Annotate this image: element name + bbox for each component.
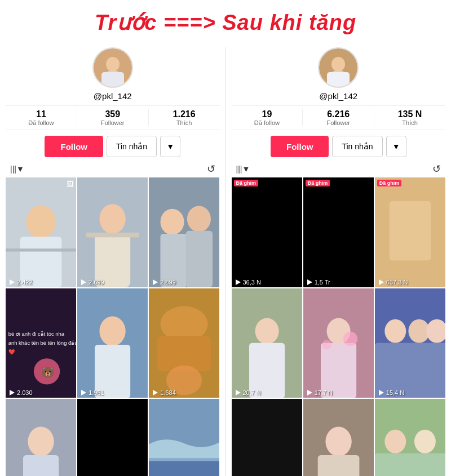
- right-video-3-pin-badge: Đã ghim: [377, 180, 402, 186]
- right-followers-count: 6.216: [305, 109, 372, 119]
- left-video-2-overlay: 2.699: [77, 277, 148, 287]
- right-video-2[interactable]: Đã ghim 1,5 Tr: [303, 177, 374, 287]
- svg-point-63: [384, 319, 406, 342]
- svg-point-59: [343, 332, 357, 346]
- left-video-6-overlay: 1.684: [149, 388, 219, 398]
- svg-marker-26: [10, 390, 15, 395]
- right-video-3[interactable]: Đã ghim 637,3 N: [375, 177, 445, 287]
- right-video-2-overlay: 1,5 Tr: [303, 277, 374, 287]
- right-likes-label: Thích: [377, 119, 443, 126]
- right-filter-button[interactable]: |||▼: [236, 164, 250, 174]
- svg-marker-19: [153, 279, 158, 285]
- right-video-1[interactable]: Đã ghim 36,3 N: [232, 177, 302, 287]
- svg-point-72: [384, 430, 406, 453]
- svg-marker-55: [236, 390, 241, 395]
- left-video-6-views: 1.684: [160, 389, 176, 396]
- left-following-count: 11: [8, 109, 74, 119]
- header: Trước ===> Sau khi tăng: [0, 0, 451, 42]
- left-video-grid: 🖼 2.422 2.699: [6, 177, 220, 476]
- left-actions-row: Follow Tin nhắn ▼: [6, 136, 220, 157]
- right-video-3-views: 637,3 N: [386, 279, 408, 286]
- svg-text:🐻: 🐻: [41, 365, 55, 378]
- left-video-3-overlay: 2.899: [149, 277, 219, 287]
- right-video-4-views: 20,7 N: [243, 389, 261, 396]
- svg-text:❤️: ❤️: [8, 348, 15, 355]
- left-avatar: [92, 47, 133, 88]
- left-stat-following: 11 Đã follow: [6, 109, 77, 126]
- svg-rect-70: [317, 455, 359, 476]
- svg-marker-35: [153, 390, 158, 395]
- right-actions-row: Follow Tin nhắn ▼: [232, 136, 446, 157]
- left-repost-icon[interactable]: ↺: [207, 163, 215, 175]
- svg-point-1: [106, 57, 120, 72]
- left-video-4-views: 2.030: [17, 389, 33, 396]
- left-video-5[interactable]: 1.961: [77, 288, 148, 398]
- right-message-button[interactable]: Tin nhắn: [332, 136, 382, 157]
- left-video-9[interactable]: [149, 399, 219, 476]
- left-avatar-image: [94, 48, 132, 87]
- right-video-8[interactable]: [303, 399, 374, 476]
- svg-point-37: [28, 427, 54, 457]
- right-avatar: [318, 47, 359, 88]
- svg-point-43: [331, 57, 345, 72]
- left-likes-count: 1.216: [151, 109, 218, 119]
- left-video-1[interactable]: 🖼 2.422: [6, 177, 76, 287]
- right-video-4[interactable]: 20,7 N: [232, 288, 302, 398]
- left-followers-count: 359: [79, 109, 146, 119]
- right-video-5[interactable]: 17,7 N: [303, 288, 374, 398]
- left-follow-button[interactable]: Follow: [45, 136, 103, 157]
- right-stat-likes: 135 N Thích: [374, 109, 445, 126]
- right-stat-followers: 6.216 Follower: [303, 109, 374, 126]
- left-filter-button[interactable]: |||▼: [10, 164, 24, 174]
- right-video-1-overlay: 36,3 N: [232, 277, 302, 287]
- svg-rect-74: [375, 453, 445, 476]
- right-video-5-overlay: 17,7 N: [303, 388, 374, 398]
- svg-point-73: [414, 430, 436, 453]
- left-stat-likes: 1.216 Thích: [149, 109, 220, 126]
- left-filter-row: |||▼ ↺: [6, 163, 220, 177]
- right-video-7[interactable]: [232, 399, 302, 476]
- right-stats-row: 19 Đã follow 6.216 Follower 135 N Thích: [232, 105, 446, 130]
- left-video-6[interactable]: 1.684: [149, 288, 219, 398]
- right-username: @pkl_142: [319, 91, 357, 101]
- right-stat-following: 19 Đã follow: [232, 109, 303, 126]
- right-video-6-overlay: 15,4 N: [375, 388, 445, 398]
- right-repost-icon[interactable]: ↺: [432, 163, 441, 175]
- svg-text:bé ơi anh đi cắt tóc nha: bé ơi anh đi cắt tóc nha: [8, 331, 65, 337]
- svg-point-15: [161, 209, 184, 235]
- svg-marker-30: [81, 390, 86, 395]
- left-video-2[interactable]: 2.699: [77, 177, 148, 287]
- left-video-1-overlay: 2.422: [6, 277, 76, 287]
- right-more-button[interactable]: ▼: [386, 136, 406, 157]
- svg-marker-8: [10, 279, 15, 285]
- right-video-9[interactable]: [375, 399, 445, 476]
- left-likes-label: Thích: [151, 119, 218, 126]
- left-video-4[interactable]: bé ơi anh đi cắt tóc nha anh khác tên bé…: [6, 288, 76, 398]
- right-video-6-views: 15,4 N: [386, 389, 404, 396]
- svg-marker-61: [307, 390, 312, 395]
- page-title: Trước ===> Sau khi tăng: [6, 10, 445, 35]
- right-avatar-image: [319, 48, 357, 87]
- left-video-7[interactable]: [6, 399, 76, 476]
- left-stats-row: 11 Đã follow 359 Follower 1.216 Thích: [6, 105, 220, 130]
- right-follow-button[interactable]: Follow: [271, 136, 329, 157]
- left-video-8[interactable]: [77, 399, 148, 476]
- left-stat-followers: 359 Follower: [77, 109, 149, 126]
- svg-marker-13: [81, 279, 86, 285]
- right-video-6[interactable]: 15,4 N: [375, 288, 445, 398]
- left-video-3-views: 2.899: [160, 279, 176, 286]
- svg-rect-3: [101, 72, 124, 87]
- left-following-label: Đã follow: [8, 119, 74, 126]
- right-video-1-views: 36,3 N: [243, 279, 261, 286]
- left-video-2-views: 2.699: [89, 279, 104, 286]
- left-video-3[interactable]: 2.899: [149, 177, 219, 287]
- left-message-button[interactable]: Tin nhắn: [107, 136, 157, 157]
- right-likes-count: 135 N: [377, 109, 443, 119]
- svg-marker-46: [236, 279, 241, 285]
- right-followers-label: Follower: [305, 119, 372, 126]
- svg-point-60: [322, 340, 331, 349]
- left-more-button[interactable]: ▼: [160, 136, 180, 157]
- svg-rect-12: [86, 233, 139, 237]
- left-username: @pkl_142: [94, 91, 132, 101]
- left-video-4-overlay: 2.030: [6, 388, 76, 398]
